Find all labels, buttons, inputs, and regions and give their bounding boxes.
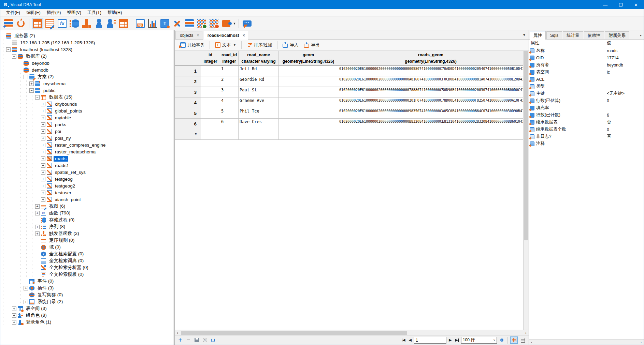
cell-id[interactable] <box>201 76 220 87</box>
tree-expander-expand[interactable]: + <box>41 150 45 154</box>
grid-settings-button[interactable] <box>498 337 505 344</box>
scrollbar-thumb[interactable] <box>181 331 407 335</box>
cell-road_id[interactable]: 5 <box>220 108 239 119</box>
tree-expander-expand[interactable]: + <box>41 191 45 195</box>
prev-page-button[interactable]: ◀ <box>408 338 413 342</box>
property-row[interactable]: 填充率 <box>529 104 644 111</box>
tree-item[interactable]: +roads1 <box>0 162 173 169</box>
column-header-road_name[interactable]: road_namecharacter varying <box>239 51 279 66</box>
user-button[interactable] <box>93 18 105 29</box>
template-doc-button[interactable] <box>159 18 171 29</box>
sql-file-button[interactable] <box>134 18 146 29</box>
tree-item[interactable]: −demodb <box>0 66 173 73</box>
tree-expander-expand[interactable]: + <box>12 320 16 325</box>
last-page-button[interactable]: ▶ <box>454 338 460 342</box>
tree-item[interactable]: +序列 (8) <box>0 223 173 230</box>
tree-item[interactable]: 域 (0) <box>0 244 173 251</box>
tab-list-dropdown-icon[interactable]: ▼ <box>523 33 526 37</box>
row-header[interactable]: 3 <box>175 87 201 97</box>
form-view-toggle[interactable] <box>519 336 527 344</box>
row-header[interactable]: 5 <box>175 108 201 119</box>
tree-item[interactable]: +mytable <box>0 114 173 121</box>
cell-roads_geom[interactable]: 0102000020E61000000200000000000000788807… <box>338 87 523 97</box>
text-mode-dropdown[interactable]: 文本 ▼ <box>212 41 239 49</box>
chevron-down-icon[interactable]: ▼ <box>232 18 237 29</box>
tree-item[interactable]: +testuser <box>0 189 173 196</box>
refresh-button[interactable] <box>15 18 27 29</box>
add-row-button[interactable]: + <box>177 337 184 344</box>
cancel-button[interactable]: ✕ <box>201 337 208 344</box>
tree-item[interactable]: +testgeog2 <box>0 182 173 189</box>
tree-expander-expand[interactable]: + <box>41 163 45 168</box>
menu-item[interactable]: 文件(F) <box>3 9 23 16</box>
cell-road_name[interactable]: Jeff Rd <box>239 66 279 76</box>
scroll-left-icon[interactable]: ‹ <box>175 331 180 335</box>
cell-roads_geom[interactable] <box>338 129 523 140</box>
column-header-id[interactable]: idinteger <box>201 51 220 66</box>
column-header-geom[interactable]: geomgeometry(LineString,4326) <box>279 51 338 66</box>
tree-item[interactable]: 事件 (0) <box>0 278 173 285</box>
row-header[interactable]: 6 <box>175 119 201 129</box>
cell-geom[interactable] <box>279 97 338 108</box>
cell-geom[interactable] <box>279 66 338 76</box>
tree-item[interactable]: +citybounds <box>0 101 173 107</box>
tree-expander-collapse[interactable]: − <box>6 47 11 52</box>
tree-expander-expand[interactable]: + <box>41 197 45 202</box>
tree-item[interactable]: +raster_metaschema <box>0 148 173 155</box>
tree-expander-expand[interactable]: + <box>24 286 28 290</box>
page-size-select[interactable]: 100 行 ˅ <box>461 337 497 344</box>
panel-horizontal-scrollbar[interactable]: ‹ › <box>529 339 644 345</box>
tree-expander-expand[interactable]: + <box>41 184 45 188</box>
tab-objects[interactable]: objects× <box>175 31 202 39</box>
tree-item[interactable]: +testgeog <box>0 176 173 182</box>
row-header[interactable]: 4 <box>175 97 201 108</box>
tree-expander-collapse[interactable]: − <box>18 68 22 72</box>
grid-enable-button[interactable] <box>196 18 207 29</box>
server-stack-button[interactable] <box>184 18 195 29</box>
panel-tab-统计量[interactable]: 统计量 <box>563 31 583 39</box>
scroll-right-icon[interactable]: › <box>523 331 529 335</box>
tree-item[interactable]: 全文检索词典 (0) <box>0 257 173 264</box>
tree-item[interactable]: +roads <box>0 155 173 162</box>
tree-item[interactable]: −public <box>0 87 173 94</box>
property-row[interactable]: 继承数据表否 <box>529 119 644 126</box>
cell-road_name[interactable]: Geordie Rd <box>239 76 279 87</box>
cell-road_name[interactable] <box>239 129 279 140</box>
tree-item[interactable]: +插件 (3) <box>0 285 173 291</box>
tree-item[interactable]: +系统目录 (2) <box>0 298 173 305</box>
tree-item[interactable]: 全文检索配置 (0) <box>0 251 173 257</box>
begin-transaction-button[interactable]: 开始事务 <box>177 41 207 49</box>
cell-id[interactable] <box>201 87 220 97</box>
tree-item[interactable]: −方案 (2) <box>0 73 173 80</box>
property-row[interactable]: 名称roads <box>529 47 644 54</box>
delete-row-button[interactable]: − <box>185 337 192 344</box>
cell-road_id[interactable] <box>220 129 239 140</box>
close-icon[interactable]: × <box>197 33 199 38</box>
property-row[interactable]: 所有者beyondb <box>529 61 644 69</box>
grid-horizontal-scrollbar[interactable]: ‹ › <box>175 330 529 335</box>
cell-roads_geom[interactable]: 0102000020E61000000200000000000000A81607… <box>338 76 523 87</box>
tree-expander-expand[interactable]: + <box>12 306 16 311</box>
table-data-button[interactable] <box>32 18 43 29</box>
property-row[interactable]: 继承数据表个数0 <box>529 126 644 133</box>
cell-road_name[interactable]: Dave Cres <box>239 119 279 129</box>
import-button[interactable]: 导入 <box>280 41 301 49</box>
tree-expander-collapse[interactable]: − <box>29 88 34 93</box>
tree-expander-expand[interactable]: + <box>41 177 45 181</box>
scroll-right-icon[interactable]: › <box>638 340 644 344</box>
cell-road_id[interactable]: 6 <box>220 119 239 129</box>
tree-expander-expand[interactable]: + <box>41 156 45 161</box>
minimize-button[interactable]: — <box>598 0 613 9</box>
plugin-puzzle-button[interactable] <box>220 18 232 29</box>
function-button[interactable] <box>56 18 68 29</box>
scroll-left-icon[interactable]: ‹ <box>529 340 534 344</box>
tree-expander-expand[interactable]: + <box>41 122 45 127</box>
tree-item[interactable]: +组角色 (8) <box>0 312 173 319</box>
first-page-button[interactable]: ◀ <box>401 338 406 342</box>
property-row[interactable]: 类型 <box>529 83 644 90</box>
row-header[interactable]: 1 <box>175 66 201 76</box>
tree-item[interactable]: beyondb <box>0 60 173 66</box>
tree-item[interactable]: 服务器 (2) <box>0 32 173 39</box>
refresh-data-button[interactable] <box>210 337 216 344</box>
tab-roads-localhost[interactable]: roads-localhost× <box>203 31 248 40</box>
